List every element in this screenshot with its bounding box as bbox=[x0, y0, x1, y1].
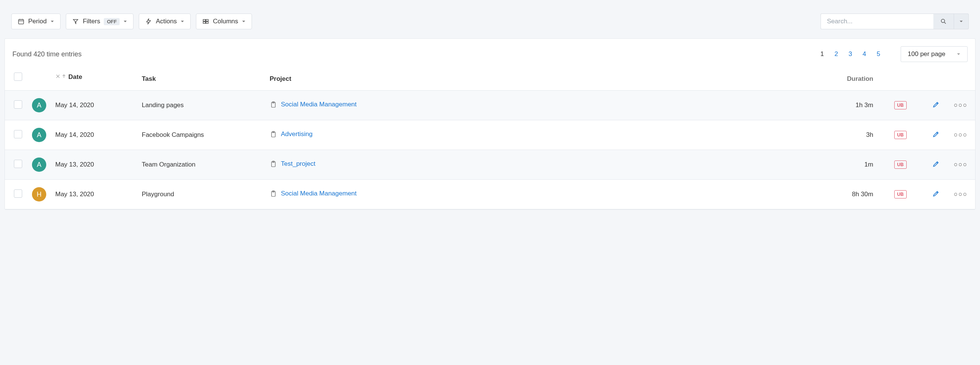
more-button[interactable]: ○○○ bbox=[954, 190, 967, 198]
col-header-task: Task bbox=[142, 75, 156, 83]
page-number: 1 bbox=[820, 50, 824, 58]
per-page-label: 100 per page bbox=[908, 50, 945, 58]
table-row: AMay 14, 2020Landing pagesSocial Media M… bbox=[5, 90, 975, 120]
search-input[interactable] bbox=[821, 14, 933, 29]
sort-indicator-icon[interactable] bbox=[55, 74, 67, 79]
svg-line-15 bbox=[937, 103, 938, 104]
content-panel: Found 420 time entries 12345 100 per pag… bbox=[5, 38, 975, 210]
columns-icon bbox=[202, 18, 209, 25]
clipboard-icon bbox=[270, 101, 277, 108]
select-all-checkbox[interactable] bbox=[14, 73, 22, 81]
more-icon: ○○○ bbox=[954, 131, 967, 138]
svg-point-8 bbox=[941, 19, 945, 22]
filters-button[interactable]: Filters OFF bbox=[66, 14, 134, 29]
search-dropdown-button[interactable] bbox=[954, 14, 969, 29]
chevron-down-icon bbox=[242, 19, 245, 23]
more-button[interactable]: ○○○ bbox=[954, 161, 967, 168]
table-row: HMay 13, 2020PlaygroundSocial Media Mana… bbox=[5, 180, 975, 209]
chevron-down-icon bbox=[50, 19, 54, 23]
clipboard-icon bbox=[270, 190, 277, 197]
row-date: May 13, 2020 bbox=[55, 190, 94, 198]
clipboard-icon bbox=[270, 130, 277, 138]
row-duration: 8h 30m bbox=[852, 190, 873, 198]
edit-button[interactable] bbox=[932, 132, 940, 140]
period-button[interactable]: Period bbox=[11, 14, 60, 29]
row-task: Facebook Campaigns bbox=[142, 131, 204, 138]
page-number[interactable]: 2 bbox=[834, 50, 838, 58]
page-number[interactable]: 4 bbox=[863, 50, 866, 58]
row-task: Landing pages bbox=[142, 102, 184, 109]
pagination: 12345 bbox=[820, 50, 880, 58]
svg-line-18 bbox=[937, 132, 938, 133]
search-icon bbox=[940, 18, 947, 25]
project-link[interactable]: Advertising bbox=[270, 130, 312, 138]
search-button[interactable] bbox=[933, 14, 954, 29]
filters-label: Filters bbox=[83, 17, 100, 25]
columns-label: Columns bbox=[213, 17, 238, 25]
more-icon: ○○○ bbox=[954, 161, 967, 168]
svg-rect-6 bbox=[203, 22, 205, 24]
period-label: Period bbox=[28, 17, 47, 25]
project-link[interactable]: Social Media Management bbox=[270, 101, 356, 108]
lightning-icon bbox=[145, 18, 152, 25]
filters-state-badge: OFF bbox=[104, 18, 119, 25]
row-checkbox[interactable] bbox=[14, 130, 22, 138]
project-name: Social Media Management bbox=[281, 190, 356, 197]
svg-line-24 bbox=[937, 192, 938, 192]
more-icon: ○○○ bbox=[954, 102, 967, 109]
search-group bbox=[821, 14, 969, 29]
svg-rect-4 bbox=[203, 19, 205, 21]
row-task: Team Organization bbox=[142, 161, 196, 168]
svg-line-9 bbox=[944, 22, 946, 24]
project-name: Social Media Management bbox=[281, 101, 356, 108]
table-row: AMay 14, 2020Facebook CampaignsAdvertisi… bbox=[5, 120, 975, 150]
project-link[interactable]: Social Media Management bbox=[270, 190, 356, 197]
svg-rect-7 bbox=[206, 22, 208, 24]
page-number[interactable]: 3 bbox=[848, 50, 852, 58]
edit-button[interactable] bbox=[932, 162, 940, 169]
per-page-select[interactable]: 100 per page bbox=[900, 46, 967, 62]
chevron-down-icon bbox=[123, 19, 127, 23]
row-date: May 14, 2020 bbox=[55, 102, 94, 109]
avatar: A bbox=[32, 98, 46, 113]
svg-rect-0 bbox=[18, 19, 24, 24]
time-entries-table: Date Task Project Duration AMay 14, 2020… bbox=[5, 73, 975, 209]
row-checkbox[interactable] bbox=[14, 160, 22, 168]
row-duration: 3h bbox=[866, 131, 873, 138]
calendar-icon bbox=[18, 18, 24, 25]
actions-button[interactable]: Actions bbox=[139, 14, 191, 29]
filter-icon bbox=[72, 18, 79, 25]
results-count: Found 420 time entries bbox=[13, 50, 82, 58]
avatar: A bbox=[32, 128, 46, 142]
project-link[interactable]: Test_project bbox=[270, 160, 315, 168]
chevron-down-icon bbox=[959, 19, 963, 23]
row-task: Playground bbox=[142, 190, 174, 198]
row-checkbox[interactable] bbox=[14, 100, 22, 109]
columns-button[interactable]: Columns bbox=[196, 14, 252, 29]
edit-button[interactable] bbox=[932, 192, 940, 199]
toolbar: Period Filters OFF Actions bbox=[5, 5, 975, 38]
clipboard-icon bbox=[270, 160, 277, 168]
more-button[interactable]: ○○○ bbox=[954, 131, 967, 138]
more-button[interactable]: ○○○ bbox=[954, 102, 967, 109]
page-number[interactable]: 5 bbox=[877, 50, 880, 58]
more-icon: ○○○ bbox=[954, 190, 967, 198]
chevron-down-icon bbox=[180, 19, 184, 23]
svg-rect-5 bbox=[206, 19, 208, 21]
col-header-project: Project bbox=[270, 75, 291, 83]
pencil-icon bbox=[932, 160, 940, 168]
chevron-down-icon bbox=[957, 52, 961, 56]
row-checkbox[interactable] bbox=[14, 189, 22, 198]
pencil-icon bbox=[932, 190, 940, 197]
avatar: H bbox=[32, 187, 46, 202]
row-date: May 13, 2020 bbox=[55, 161, 94, 168]
table-row: AMay 13, 2020Team OrganizationTest_proje… bbox=[5, 150, 975, 180]
avatar: A bbox=[32, 157, 46, 172]
status-badge: UB bbox=[894, 190, 907, 198]
project-name: Test_project bbox=[281, 160, 315, 168]
pencil-icon bbox=[932, 130, 940, 138]
row-date: May 14, 2020 bbox=[55, 131, 94, 138]
edit-button[interactable] bbox=[932, 103, 940, 110]
pencil-icon bbox=[932, 101, 940, 108]
project-name: Advertising bbox=[281, 130, 312, 138]
